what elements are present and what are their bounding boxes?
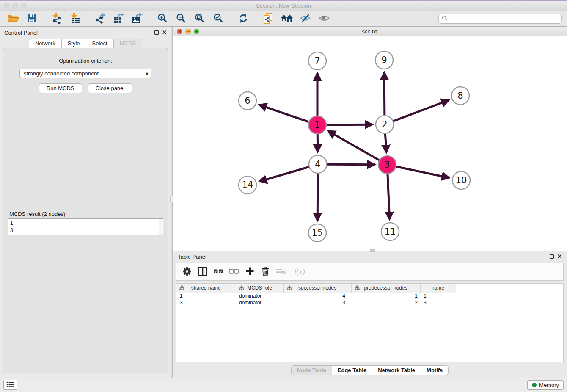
column-header-shared-name[interactable]: shared name — [176, 284, 236, 293]
plus-icon — [245, 267, 254, 277]
graph-node-label-4: 4 — [315, 159, 320, 169]
result-scrollbar[interactable] — [159, 219, 162, 235]
control-panel-title: Control Panel — [4, 30, 38, 36]
graph-node-label-9: 9 — [381, 55, 387, 65]
tab-network[interactable]: Network — [29, 39, 62, 48]
table-row[interactable]: 3 dominator 3 2 3 — [176, 299, 456, 306]
copy-network-button[interactable] — [260, 12, 276, 25]
graph-node-label-14: 14 — [242, 180, 253, 190]
deselect-all-icon — [229, 268, 239, 276]
network-minimize-icon[interactable] — [185, 29, 191, 34]
import-table-button[interactable] — [67, 12, 83, 25]
refresh-view-button[interactable] — [235, 12, 251, 25]
show-columns-button[interactable] — [196, 265, 209, 278]
table-tabs: Node Table Edge Table Network Table Moti… — [173, 362, 567, 378]
refresh-icon — [238, 13, 248, 25]
graph-edge-3-1[interactable] — [328, 131, 379, 160]
graph-edge-4-15[interactable] — [317, 174, 318, 221]
float-table-panel-icon[interactable] — [550, 254, 554, 259]
column-header-successor-nodes[interactable]: successor nodes — [284, 284, 351, 293]
table-settings-button[interactable] — [181, 265, 193, 278]
export-image-button[interactable] — [129, 12, 146, 25]
delete-column-button[interactable] — [259, 265, 272, 278]
tab-edge-table[interactable]: Edge Table — [332, 365, 372, 375]
mcds-result-title: MCDS result (2 nodes) — [8, 211, 66, 217]
network-titlebar: scc.txt — [173, 27, 567, 36]
function-builder-button[interactable]: f(x) — [290, 265, 309, 278]
toolbar-separator — [88, 13, 88, 24]
network-title: scc.txt — [173, 28, 567, 35]
create-column-button[interactable] — [243, 265, 256, 278]
graph-node-label-11: 11 — [385, 226, 396, 237]
zoom-fit-button[interactable] — [192, 12, 208, 25]
graph-edge-3-10[interactable] — [396, 167, 449, 178]
list-icon — [6, 381, 14, 389]
open-folder-icon — [7, 13, 19, 25]
zoom-out-button[interactable] — [173, 12, 189, 25]
zoom-selected-button[interactable] — [210, 12, 226, 25]
zoom-in-button[interactable] — [154, 12, 171, 25]
save-session-button[interactable] — [24, 12, 40, 25]
select-stepper-icon: ▲▼ — [146, 72, 149, 76]
result-line: 1 — [10, 220, 161, 227]
graph-node-label-8: 8 — [457, 91, 463, 101]
delete-table-icon — [275, 268, 286, 276]
control-panel-tabs: Network Style Select MCDS — [0, 39, 171, 48]
show-eye-icon — [318, 14, 330, 24]
task-history-button[interactable] — [3, 380, 17, 390]
table-row[interactable]: 1 dominator 4 1 1 — [176, 293, 456, 299]
network-zoom-icon[interactable] — [194, 29, 199, 34]
import-network-icon — [51, 12, 62, 25]
houses-button[interactable] — [279, 12, 295, 25]
tab-select[interactable]: Select — [86, 39, 114, 48]
table-panel-title: Table Panel — [178, 254, 206, 260]
column-header-mcds-role[interactable]: MCDS role — [236, 284, 284, 293]
show-eye-button[interactable] — [316, 12, 332, 25]
graph-edge-2-9[interactable] — [384, 72, 385, 115]
graph-edge-4-3[interactable] — [327, 164, 375, 165]
toolbar-separator — [256, 13, 256, 24]
graph-edge-1-2[interactable] — [327, 124, 372, 125]
tab-mcds[interactable]: MCDS — [114, 39, 142, 48]
graph-edge-2-8[interactable] — [394, 100, 449, 121]
network-canvas[interactable]: 7968124314101511 — [173, 36, 567, 251]
graph-edge-1-6[interactable] — [259, 105, 308, 121]
network-canvas-svg: 7968124314101511 — [173, 36, 567, 251]
export-table-icon — [113, 13, 125, 25]
hide-eye-button[interactable] — [297, 12, 314, 25]
delete-table-button[interactable] — [275, 265, 287, 278]
graph-edge-2-3[interactable] — [385, 134, 386, 152]
tab-network-table[interactable]: Network Table — [372, 365, 421, 375]
network-close-icon[interactable] — [177, 29, 182, 34]
column-header-name[interactable]: name — [420, 284, 456, 293]
export-table-button[interactable] — [111, 12, 127, 25]
deselect-all-button[interactable] — [228, 265, 240, 278]
close-table-panel-icon[interactable]: ✕ — [557, 254, 562, 259]
export-network-button[interactable] — [92, 12, 108, 25]
tab-motifs[interactable]: Motifs — [421, 365, 449, 375]
toolbar-separator — [44, 13, 44, 24]
hierarchy-icon — [179, 285, 184, 292]
close-panel-icon[interactable]: ✕ — [162, 30, 167, 35]
close-panel-button[interactable]: Close panel — [88, 83, 132, 93]
graph-edge-4-14[interactable] — [259, 167, 309, 182]
import-network-button[interactable] — [49, 12, 65, 25]
run-mcds-button[interactable]: Run MCDS — [39, 83, 82, 93]
trash-icon — [261, 267, 270, 277]
app-titlebar: Session: New Session — [0, 0, 567, 11]
search-field[interactable] — [438, 14, 562, 24]
network-table-splitter-handle[interactable] — [370, 249, 375, 252]
tab-node-table[interactable]: Node Table — [291, 365, 332, 375]
memory-button[interactable]: Memory — [527, 380, 564, 390]
tab-style[interactable]: Style — [62, 39, 86, 48]
search-input[interactable] — [449, 16, 559, 22]
select-all-button[interactable] — [212, 265, 225, 278]
hide-eye-icon — [300, 13, 311, 25]
memory-label: Memory — [539, 382, 559, 388]
column-header-predecessor-nodes[interactable]: predecessor nodes — [351, 284, 420, 293]
mcds-result-text[interactable]: 1 3 — [8, 218, 163, 235]
criterion-select[interactable]: strongly connected component ▲▼ — [19, 69, 151, 78]
open-file-button[interactable] — [5, 12, 21, 25]
float-panel-icon[interactable] — [154, 30, 159, 35]
graph-edge-3-11[interactable] — [388, 174, 390, 219]
